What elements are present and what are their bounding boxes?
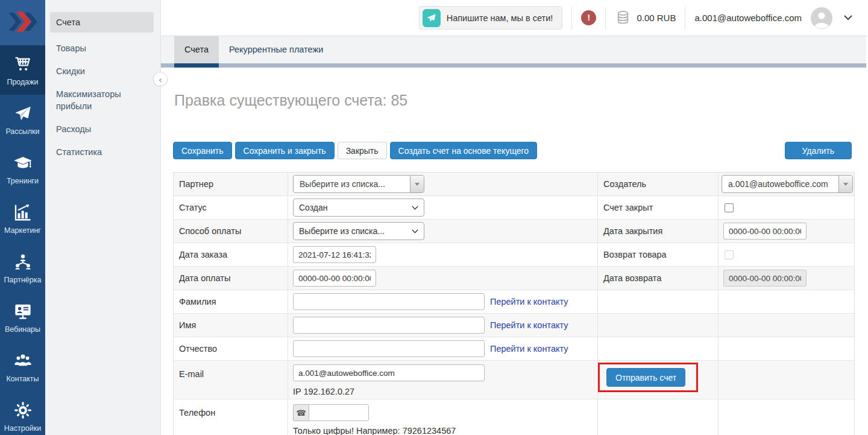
graduation-cap-icon bbox=[13, 153, 33, 173]
phone-input[interactable] bbox=[309, 404, 369, 421]
save-and-close-button[interactable]: Сохранить и закрыть bbox=[235, 142, 335, 159]
go-to-contact-link[interactable]: Перейти к контакту bbox=[490, 320, 568, 330]
collapse-sidebar-button[interactable]: ‹ bbox=[153, 72, 168, 86]
closing-date-label: Дата закрытия bbox=[597, 220, 718, 243]
sidebar-item-settings[interactable]: Настройки bbox=[0, 392, 45, 435]
creator-select[interactable]: a.001@autoweboffice.com bbox=[722, 175, 853, 193]
status-label: Статус bbox=[174, 196, 288, 219]
sidebar-item-label: Контакты bbox=[7, 375, 39, 383]
dropdown-arrow-icon bbox=[410, 176, 424, 192]
invoice-form-table: Партнер Выберите из списка... Создатель … bbox=[173, 172, 855, 435]
sidebar-item-sales[interactable]: Продажи bbox=[0, 45, 45, 95]
sidebar-item-label: Партнёрка bbox=[4, 276, 42, 284]
select-chevron-icon bbox=[412, 229, 418, 233]
email-input[interactable] bbox=[293, 364, 485, 381]
topbar: Напишите нам, мы в сети! ! 0.00 RUB a.00… bbox=[161, 0, 868, 36]
page-title: Правка существующего счета: 85 bbox=[174, 92, 407, 109]
table-row: Партнер Выберите из списка... Создатель … bbox=[174, 173, 854, 196]
email-label: E-mail bbox=[174, 361, 288, 399]
table-row: Отчество Перейти к контакту bbox=[174, 337, 854, 361]
secondary-sidebar: Счета Товары Скидки Максимизаторы прибыл… bbox=[45, 0, 161, 435]
table-row: Дата заказа Возврат товара bbox=[174, 243, 854, 267]
phone-hint: Только цифры! Например: 79261234567 bbox=[293, 426, 456, 435]
sidebar-item-marketing[interactable]: Маркетинг bbox=[0, 194, 45, 243]
tab-invoices[interactable]: Счета bbox=[174, 36, 219, 63]
creator-select-value: a.001@autoweboffice.com bbox=[722, 179, 838, 189]
return-date-input bbox=[723, 270, 807, 287]
payment-date-input[interactable] bbox=[293, 270, 376, 287]
sidebar-item-label: Настройки bbox=[4, 424, 41, 433]
status-select[interactable]: Создан bbox=[293, 198, 424, 217]
submenu-item-discounts[interactable]: Скидки bbox=[45, 60, 160, 83]
sidebar-item-trainings[interactable]: Тренинги bbox=[0, 144, 45, 194]
autoweboffice-app: Продажи Рассылки Тренинги bbox=[0, 0, 868, 435]
sidebar-item-contacts[interactable]: Контакты bbox=[0, 342, 45, 392]
close-button[interactable]: Закрыть bbox=[338, 142, 387, 159]
app-logo[interactable] bbox=[0, 0, 45, 45]
table-row: E-mail IP 192.162.0.27 Отправить счет bbox=[174, 361, 854, 399]
send-invoice-button[interactable]: Отправить счет bbox=[606, 368, 685, 387]
submenu-item-statistics[interactable]: Статистика bbox=[45, 141, 160, 164]
last-name-label: Фамилия bbox=[174, 290, 288, 313]
create-from-current-button[interactable]: Создать счет на основе текущего bbox=[390, 142, 538, 159]
sidebar-item-label: Рассылки bbox=[5, 127, 39, 136]
payment-date-label: Дата оплаты bbox=[174, 267, 288, 290]
product-return-checkbox bbox=[725, 250, 734, 259]
payment-method-label: Способ оплаты bbox=[174, 220, 288, 243]
go-to-contact-link[interactable]: Перейти к контакту bbox=[490, 297, 568, 306]
contacts-people-icon bbox=[13, 351, 33, 371]
balance-indicator[interactable]: 0.00 RUB bbox=[615, 9, 676, 27]
topbar-divider bbox=[685, 7, 685, 30]
chat-button-label: Напишите нам, мы в сети! bbox=[447, 13, 553, 23]
balance-amount: 0.00 RUB bbox=[637, 13, 676, 23]
ip-address: IP 192.162.0.27 bbox=[293, 387, 354, 396]
submenu-item-products[interactable]: Товары bbox=[45, 37, 160, 60]
sidebar-item-mailings[interactable]: Рассылки bbox=[0, 95, 45, 144]
save-button[interactable]: Сохранить bbox=[173, 142, 232, 159]
table-row: Статус Создан Счет закрыт bbox=[174, 196, 854, 220]
chat-button[interactable]: Напишите нам, мы в сети! bbox=[419, 6, 563, 30]
table-row: Телефон ☎ Только цифры! Например: 792612… bbox=[174, 399, 854, 435]
warning-icon[interactable]: ! bbox=[581, 10, 596, 25]
submenu-item-expenses[interactable]: Расходы bbox=[45, 118, 160, 141]
go-to-contact-link[interactable]: Перейти к контакту bbox=[490, 344, 568, 354]
topbar-divider bbox=[605, 7, 606, 30]
primary-sidebar: Продажи Рассылки Тренинги bbox=[0, 0, 45, 435]
sidebar-item-webinars[interactable]: Вебинары bbox=[0, 293, 45, 342]
account-email[interactable]: a.001@autoweboffice.com bbox=[694, 13, 802, 23]
partner-select[interactable]: Выберите из списка... bbox=[293, 175, 424, 193]
product-return-label: Возврат товара bbox=[597, 243, 718, 266]
middle-name-input[interactable] bbox=[293, 340, 485, 357]
coins-icon bbox=[615, 9, 631, 27]
chat-plane-icon bbox=[423, 9, 441, 27]
sidebar-item-label: Продажи bbox=[7, 78, 38, 86]
status-select-value: Создан bbox=[299, 203, 412, 212]
chevron-down-icon[interactable] bbox=[841, 15, 852, 21]
return-date-label: Дата возврата bbox=[597, 267, 718, 290]
table-row: Имя Перейти к контакту bbox=[174, 314, 854, 337]
invoice-closed-checkbox[interactable] bbox=[725, 203, 734, 212]
phone-label: Телефон bbox=[174, 399, 288, 435]
dropdown-arrow-icon bbox=[838, 176, 852, 192]
submenu-item-profit-maximizers[interactable]: Максимизаторы прибыли bbox=[45, 83, 160, 118]
logo-chevrons-icon bbox=[5, 9, 40, 37]
avatar[interactable] bbox=[811, 7, 832, 29]
payment-method-select-value: Выберите из списка... bbox=[299, 226, 412, 236]
payment-method-select[interactable]: Выберите из списка... bbox=[293, 222, 424, 240]
closing-date-input[interactable] bbox=[723, 223, 807, 240]
middle-name-label: Отчество bbox=[174, 337, 288, 360]
order-date-input[interactable] bbox=[293, 246, 376, 263]
partner-select-value: Выберите из списка... bbox=[294, 179, 410, 189]
submenu-item-invoices[interactable]: Счета bbox=[50, 12, 154, 33]
tab-recurrent-payments[interactable]: Рекуррентные платежи bbox=[219, 36, 333, 63]
main-content: Правка существующего счета: 85 Сохранить… bbox=[161, 68, 868, 435]
sidebar-item-affiliate[interactable]: Партнёрка bbox=[0, 243, 45, 293]
sidebar-item-label: Маркетинг bbox=[4, 226, 41, 235]
first-name-label: Имя bbox=[174, 314, 288, 337]
table-row: Фамилия Перейти к контакту bbox=[174, 290, 854, 314]
delete-button[interactable]: Удалить bbox=[785, 142, 852, 159]
first-name-input[interactable] bbox=[293, 317, 485, 334]
last-name-input[interactable] bbox=[293, 293, 485, 310]
order-date-label: Дата заказа bbox=[174, 243, 288, 266]
partner-label: Партнер bbox=[174, 173, 288, 195]
